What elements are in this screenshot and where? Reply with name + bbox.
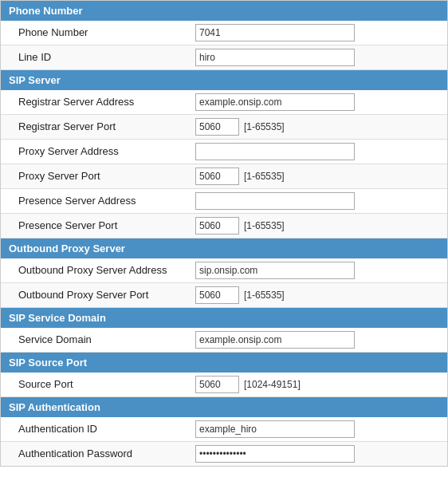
field-value-source-port-input: [1024-49151]	[191, 373, 447, 396]
field-value-service-domain-input	[191, 328, 447, 352]
label-presence-server-port-input: Presence Server Port	[1, 215, 191, 237]
field-value-presence-server-port-input: [1-65535]	[191, 214, 447, 238]
section-header-sip-service-domain: SIP Service Domain	[1, 308, 447, 328]
label-registrar-server-address-input: Registrar Server Address	[1, 92, 191, 113]
form-row-outbound-proxy-port-input: Outbound Proxy Server Port[1-65535]	[1, 283, 447, 308]
outbound-proxy-address-input[interactable]	[195, 262, 355, 279]
section-header-outbound-proxy: Outbound Proxy Server	[1, 239, 447, 258]
label-auth-id-input: Authentication ID	[1, 419, 191, 440]
label-proxy-server-address-input: Proxy Server Address	[1, 141, 191, 163]
auth-id-input[interactable]	[195, 420, 355, 438]
label-outbound-proxy-address-input: Outbound Proxy Server Address	[1, 260, 191, 282]
hint-outbound-proxy-port-input: [1-65535]	[244, 290, 285, 301]
proxy-server-address-input[interactable]	[195, 143, 355, 160]
registrar-server-address-input[interactable]	[195, 93, 355, 111]
form-row-auth-id-input: Authentication ID	[1, 417, 447, 442]
presence-server-port-input[interactable]	[195, 217, 239, 235]
field-value-line-id-input	[191, 45, 447, 69]
label-source-port-input: Source Port	[1, 374, 191, 396]
label-presence-server-address-input: Presence Server Address	[1, 191, 191, 212]
form-row-phone-number-input: Phone Number	[1, 21, 447, 45]
label-line-id-input: Line ID	[1, 47, 191, 69]
field-value-registrar-server-address-input	[191, 90, 447, 114]
hint-proxy-server-port-input: [1-65535]	[244, 171, 285, 182]
source-port-input[interactable]	[195, 376, 239, 393]
form-row-proxy-server-address-input: Proxy Server Address	[1, 140, 447, 164]
form-row-auth-password-input: Authentication Password	[1, 442, 447, 466]
presence-server-address-input[interactable]	[195, 192, 355, 210]
form-row-presence-server-address-input: Presence Server Address	[1, 189, 447, 214]
field-value-proxy-server-address-input	[191, 140, 447, 164]
field-value-presence-server-address-input	[191, 189, 447, 213]
hint-source-port-input: [1024-49151]	[244, 379, 301, 390]
field-value-auth-password-input	[191, 442, 447, 466]
label-registrar-server-port-input: Registrar Server Port	[1, 116, 191, 138]
form-row-outbound-proxy-address-input: Outbound Proxy Server Address	[1, 258, 447, 283]
registrar-server-port-input[interactable]	[195, 118, 239, 136]
section-header-sip-server: SIP Server	[1, 70, 447, 90]
field-value-phone-number-input	[191, 21, 447, 45]
hint-presence-server-port-input: [1-65535]	[244, 220, 285, 231]
field-value-proxy-server-port-input: [1-65535]	[191, 164, 447, 188]
form-row-registrar-server-address-input: Registrar Server Address	[1, 90, 447, 115]
section-header-sip-authentication: SIP Authentication	[1, 397, 447, 417]
field-value-auth-id-input	[191, 417, 447, 441]
field-value-outbound-proxy-port-input: [1-65535]	[191, 283, 447, 307]
service-domain-input[interactable]	[195, 331, 355, 349]
proxy-server-port-input[interactable]	[195, 168, 239, 185]
form-row-presence-server-port-input: Presence Server Port[1-65535]	[1, 214, 447, 239]
phone-number-input[interactable]	[195, 24, 355, 41]
form-row-source-port-input: Source Port[1024-49151]	[1, 373, 447, 397]
label-auth-password-input: Authentication Password	[1, 444, 191, 465]
label-service-domain-input: Service Domain	[1, 329, 191, 351]
form-row-proxy-server-port-input: Proxy Server Port[1-65535]	[1, 164, 447, 189]
form-row-line-id-input: Line ID	[1, 45, 447, 70]
settings-form: Phone NumberPhone NumberLine IDSIP Serve…	[0, 0, 448, 467]
form-row-registrar-server-port-input: Registrar Server Port[1-65535]	[1, 115, 447, 140]
line-id-input[interactable]	[195, 49, 355, 66]
form-row-service-domain-input: Service Domain	[1, 328, 447, 353]
field-value-registrar-server-port-input: [1-65535]	[191, 115, 447, 139]
outbound-proxy-port-input[interactable]	[195, 286, 239, 304]
auth-password-input[interactable]	[195, 445, 355, 463]
section-header-sip-source-port: SIP Source Port	[1, 353, 447, 373]
label-proxy-server-port-input: Proxy Server Port	[1, 166, 191, 187]
section-header-phone-number: Phone Number	[1, 1, 447, 21]
hint-registrar-server-port-input: [1-65535]	[244, 121, 285, 132]
label-outbound-proxy-port-input: Outbound Proxy Server Port	[1, 285, 191, 306]
field-value-outbound-proxy-address-input	[191, 258, 447, 282]
label-phone-number-input: Phone Number	[1, 22, 191, 44]
